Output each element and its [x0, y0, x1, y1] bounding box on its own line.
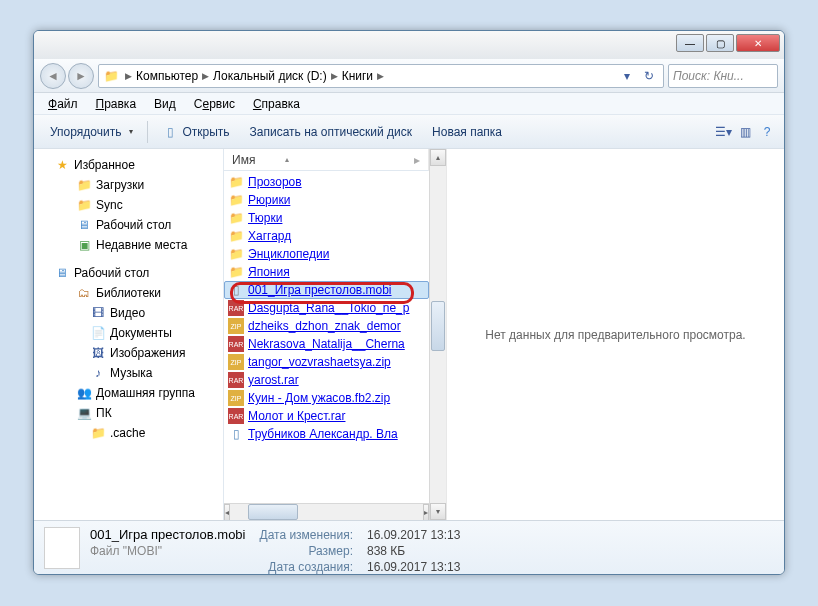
rar-icon: RAR [228, 300, 244, 316]
view-mode-icon[interactable]: ☰▾ [712, 121, 734, 143]
list-item-selected[interactable]: ▯001_Игра престолов.mobi [224, 281, 429, 299]
menu-help[interactable]: Справка [245, 95, 308, 113]
menu-edit[interactable]: Правка [88, 95, 145, 113]
sidebar-item-libraries[interactable]: 🗂Библиотеки [36, 283, 221, 303]
explorer-window: — ▢ ✕ ◄ ► 📁 ▶ Компьютер ▶ Локальный диск… [33, 30, 785, 575]
column-header-name[interactable]: Имя▴ ▸ [224, 149, 429, 171]
preview-pane-icon[interactable]: ▥ [734, 121, 756, 143]
back-button[interactable]: ◄ [40, 63, 66, 89]
sidebar-item-pc[interactable]: 💻ПК [36, 403, 221, 423]
open-button[interactable]: ▯ Открыть [152, 120, 239, 144]
chevron-right-icon: ▶ [329, 71, 340, 81]
picture-icon: 🖼 [90, 345, 106, 361]
list-item[interactable]: 📁Энциклопедии [224, 245, 429, 263]
zip-icon: ZIP [228, 390, 244, 406]
minimize-button[interactable]: — [676, 34, 704, 52]
list-item[interactable]: RARyarost.rar [224, 371, 429, 389]
search-input[interactable]: Поиск: Кни... [668, 64, 778, 88]
sort-indicator-icon: ▴ [285, 155, 289, 164]
list-item[interactable]: ZIPdzheiks_dzhon_znak_demor [224, 317, 429, 335]
page-icon: ▯ [228, 426, 244, 442]
chevron-right-icon: ▶ [375, 71, 386, 81]
file-list[interactable]: 📁Прозоров 📁Рюрики 📁Тюрки 📁Хаггард 📁Энцик… [224, 171, 429, 503]
list-item[interactable]: 📁Япония [224, 263, 429, 281]
list-item[interactable]: ZIPКуин - Дом ужасов.fb2.zip [224, 389, 429, 407]
zip-icon: ZIP [228, 318, 244, 334]
list-item[interactable]: 📁Рюрики [224, 191, 429, 209]
folder-icon: 📁 [228, 174, 244, 190]
menu-view[interactable]: Вид [146, 95, 184, 113]
scroll-right-icon[interactable]: ▸ [423, 504, 429, 520]
horizontal-scrollbar[interactable]: ◂ ▸ [224, 503, 429, 520]
desktop-icon: 🖥 [76, 217, 92, 233]
list-item[interactable]: 📁Прозоров [224, 173, 429, 191]
breadcrumb[interactable]: Локальный диск (D:) [211, 69, 329, 83]
list-item[interactable]: 📁Хаггард [224, 227, 429, 245]
details-pane: 001_Игра престолов.mobi Дата изменения: … [34, 520, 784, 574]
list-item[interactable]: ▯Трубников Александр. Вла [224, 425, 429, 443]
close-button[interactable]: ✕ [736, 34, 780, 52]
file-icon: ▯ [228, 282, 244, 298]
maximize-button[interactable]: ▢ [706, 34, 734, 52]
sidebar-item-recent[interactable]: ▣Недавние места [36, 235, 221, 255]
scroll-down-icon[interactable]: ▾ [430, 503, 446, 520]
chevron-right-icon: ▶ [200, 71, 211, 81]
folder-icon: 📁 [228, 192, 244, 208]
chevron-right-icon: ▶ [123, 71, 134, 81]
list-item[interactable]: ZIPtangor_vozvrashaetsya.zip [224, 353, 429, 371]
list-item[interactable]: 📁Тюрки [224, 209, 429, 227]
scroll-up-icon[interactable]: ▴ [430, 149, 446, 166]
rar-icon: RAR [228, 372, 244, 388]
sidebar-item-sync[interactable]: 📁Sync [36, 195, 221, 215]
list-item[interactable]: RARNekrasova_Natalija__Cherna [224, 335, 429, 353]
recent-icon: ▣ [76, 237, 92, 253]
sidebar-desktop-root[interactable]: 🖥Рабочий стол [36, 263, 221, 283]
column-resize-icon[interactable]: ▸ [414, 153, 420, 167]
desktop-icon: 🖥 [54, 265, 70, 281]
sidebar-item-desktop[interactable]: 🖥Рабочий стол [36, 215, 221, 235]
library-icon: 🗂 [76, 285, 92, 301]
refresh-icon[interactable]: ↻ [639, 66, 659, 86]
file-list-pane: Имя▴ ▸ 📁Прозоров 📁Рюрики 📁Тюрки 📁Хаггард… [224, 149, 429, 520]
page-icon: ▯ [162, 124, 178, 140]
menu-tools[interactable]: Сервис [186, 95, 243, 113]
open-label: Открыть [182, 125, 229, 139]
new-folder-button[interactable]: Новая папка [422, 121, 512, 143]
homegroup-icon: 👥 [76, 385, 92, 401]
forward-button[interactable]: ► [68, 63, 94, 89]
address-bar[interactable]: 📁 ▶ Компьютер ▶ Локальный диск (D:) ▶ Кн… [98, 64, 664, 88]
vertical-scrollbar[interactable]: ▴ ▾ [429, 149, 446, 520]
help-icon[interactable]: ? [756, 121, 778, 143]
organize-button[interactable]: Упорядочить [40, 121, 143, 143]
sidebar-item-video[interactable]: 🎞Видео [36, 303, 221, 323]
music-icon: ♪ [90, 365, 106, 381]
list-item[interactable]: RARМолот и Крест.rar [224, 407, 429, 425]
scroll-thumb[interactable] [431, 301, 445, 351]
star-icon: ★ [54, 157, 70, 173]
search-placeholder: Поиск: Кни... [673, 69, 744, 83]
sidebar-favorites[interactable]: ★Избранное [36, 155, 221, 175]
breadcrumb[interactable]: Компьютер [134, 69, 200, 83]
folder-icon: 📁 [228, 264, 244, 280]
history-dropdown-icon[interactable]: ▾ [617, 66, 637, 86]
sidebar-item-downloads[interactable]: 📁Загрузки [36, 175, 221, 195]
sidebar-item-pictures[interactable]: 🖼Изображения [36, 343, 221, 363]
titlebar: — ▢ ✕ [34, 31, 784, 59]
navigation-bar: ◄ ► 📁 ▶ Компьютер ▶ Локальный диск (D:) … [34, 59, 784, 93]
separator [147, 121, 148, 143]
list-item[interactable]: RARDasgupta_Rana__Tokio_ne_p [224, 299, 429, 317]
breadcrumb[interactable]: Книги [340, 69, 375, 83]
sidebar-item-music[interactable]: ♪Музыка [36, 363, 221, 383]
rar-icon: RAR [228, 408, 244, 424]
status-filename: 001_Игра престолов.mobi [90, 527, 246, 542]
sidebar-item-homegroup[interactable]: 👥Домашняя группа [36, 383, 221, 403]
sidebar-item-cache[interactable]: 📁.cache [36, 423, 221, 443]
status-size-value: 838 КБ [367, 544, 460, 558]
burn-button[interactable]: Записать на оптический диск [240, 121, 423, 143]
document-icon: 📄 [90, 325, 106, 341]
scroll-left-icon[interactable]: ◂ [224, 504, 230, 520]
status-modified-value: 16.09.2017 13:13 [367, 528, 460, 542]
scroll-thumb[interactable] [248, 504, 298, 520]
sidebar-item-documents[interactable]: 📄Документы [36, 323, 221, 343]
menu-file[interactable]: Файл [40, 95, 86, 113]
